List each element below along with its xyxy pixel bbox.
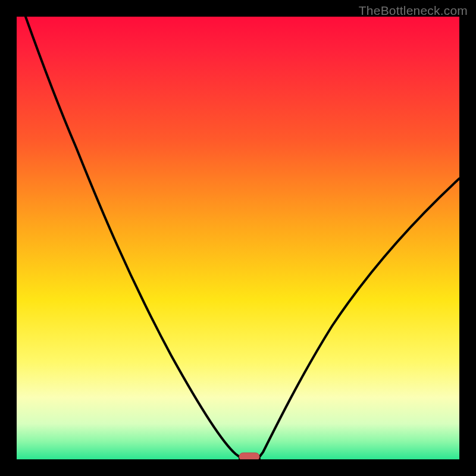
chart-stage: TheBottleneck.com [0, 0, 476, 476]
plot-area [17, 17, 459, 459]
curve-left-branch [26, 17, 243, 459]
curve-right-branch [258, 178, 459, 459]
bottleneck-curve [17, 17, 459, 459]
watermark-text: TheBottleneck.com [359, 4, 468, 18]
optimal-marker [239, 453, 259, 459]
